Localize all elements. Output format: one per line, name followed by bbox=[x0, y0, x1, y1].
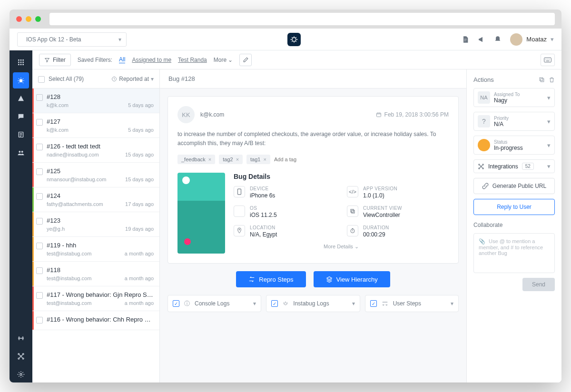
bug-row-checkbox[interactable] bbox=[36, 94, 43, 101]
bug-row-checkbox[interactable] bbox=[36, 144, 43, 150]
document-icon[interactable] bbox=[462, 36, 469, 43]
priority-select[interactable]: ? PriorityN/A ▾ bbox=[473, 112, 555, 131]
svg-rect-9 bbox=[22, 64, 24, 65]
trash-icon[interactable] bbox=[549, 77, 555, 83]
filter-assigned[interactable]: Assigned to me bbox=[132, 57, 171, 63]
remove-tag-icon[interactable]: × bbox=[263, 157, 266, 162]
integrations-select[interactable]: Integrations 52 ▾ bbox=[473, 159, 555, 173]
generate-url-button[interactable]: Generate Public URL bbox=[473, 178, 555, 194]
phone-icon bbox=[234, 186, 245, 197]
collaborate-input[interactable]: 📎 Use @ to mention a member, and # to re… bbox=[473, 233, 555, 273]
bug-row[interactable]: #118test@instabug.coma month ago bbox=[32, 262, 159, 286]
add-tag-input[interactable] bbox=[274, 157, 307, 162]
bug-row-email: k@k.com bbox=[47, 102, 69, 108]
repro-steps-button[interactable]: Repro Steps bbox=[236, 271, 305, 287]
svg-point-12 bbox=[19, 151, 20, 153]
more-details-link[interactable]: More Details ⌄ bbox=[234, 244, 449, 250]
app-selector[interactable]: IOS App Ok 12 - Beta ▾ bbox=[17, 32, 127, 47]
bug-row-checkbox[interactable] bbox=[36, 317, 43, 323]
url-bar[interactable] bbox=[49, 13, 555, 25]
svg-point-30 bbox=[285, 303, 287, 305]
filter-button[interactable]: Filter bbox=[39, 54, 71, 66]
bug-row[interactable]: #126 - tedt tedt tedtnadine@insatbug.com… bbox=[32, 138, 159, 163]
select-all-checkbox[interactable] bbox=[38, 76, 45, 83]
reply-to-user-button[interactable]: Reply to User bbox=[473, 199, 555, 215]
bug-row-email: nmansour@instabug.com bbox=[47, 176, 107, 182]
bug-row-checkbox[interactable] bbox=[36, 119, 43, 126]
filter-label: Filter bbox=[53, 57, 66, 63]
nav-chats[interactable] bbox=[13, 108, 29, 125]
check-icon: ✓ bbox=[370, 300, 377, 307]
bug-row[interactable]: #125nmansour@instabug.com15 days ago bbox=[32, 163, 159, 187]
priority-badge: ? bbox=[478, 115, 490, 127]
user-steps-box[interactable]: ✓ User Steps ▾ bbox=[365, 295, 459, 312]
bug-row-title: #118 bbox=[47, 266, 154, 274]
filter-test[interactable]: Test Randa bbox=[178, 57, 207, 63]
bug-row[interactable]: #117 - Wrong behavior: Gjn Repro Steps: … bbox=[32, 286, 159, 311]
instabug-logs-box[interactable]: ✓ Instabug Logs ▾ bbox=[266, 295, 360, 312]
bug-row-checkbox[interactable] bbox=[36, 267, 43, 274]
nav-network[interactable] bbox=[13, 348, 29, 364]
bug-row[interactable]: #119 - hhhtest@instabug.coma month ago bbox=[32, 237, 159, 262]
bug-row[interactable]: #116 - Wrong behavior: Chh Repro Steps: … bbox=[32, 311, 159, 330]
window-min-dot[interactable] bbox=[26, 16, 31, 22]
svg-point-28 bbox=[239, 229, 240, 230]
svg-rect-32 bbox=[540, 78, 543, 81]
steps-icon bbox=[382, 301, 388, 306]
bug-row[interactable]: #127k@k.com5 days ago bbox=[32, 113, 159, 138]
window-max-dot[interactable] bbox=[35, 16, 41, 22]
filter-all[interactable]: All bbox=[119, 56, 125, 63]
bug-row-email: fathy@attachments.com bbox=[47, 201, 103, 207]
nav-users[interactable] bbox=[13, 145, 29, 161]
nav-integrations[interactable] bbox=[13, 330, 29, 346]
keyboard-button[interactable] bbox=[541, 54, 555, 66]
svg-point-18 bbox=[22, 353, 24, 355]
bug-screenshot[interactable] bbox=[177, 173, 225, 254]
window-close-dot[interactable] bbox=[16, 16, 22, 22]
nav-settings[interactable] bbox=[13, 366, 29, 382]
bug-row-title: #127 bbox=[47, 118, 154, 125]
integrations-icon bbox=[478, 163, 484, 170]
megaphone-icon[interactable] bbox=[478, 36, 485, 43]
svg-rect-22 bbox=[544, 58, 551, 62]
svg-rect-26 bbox=[352, 210, 354, 213]
bug-icon bbox=[283, 301, 288, 306]
svg-point-10 bbox=[20, 79, 23, 82]
copy-icon[interactable] bbox=[539, 77, 545, 83]
svg-rect-27 bbox=[351, 209, 354, 212]
bug-row[interactable]: #128k@k.com5 days ago bbox=[32, 88, 159, 113]
bug-row[interactable]: #123ye@g.h19 days ago bbox=[32, 212, 159, 237]
svg-rect-7 bbox=[18, 64, 20, 65]
edit-filters-button[interactable] bbox=[239, 54, 252, 66]
nav-apps[interactable] bbox=[13, 54, 29, 70]
bug-row-email: test@instabug.com bbox=[47, 275, 91, 281]
meta-location: LOCATIONN/A, Egypt bbox=[234, 225, 335, 238]
bug-row-age: 5 days ago bbox=[128, 127, 154, 133]
chevron-down-icon: ▾ bbox=[547, 163, 551, 170]
view-hierarchy-button[interactable]: View Hierarchy bbox=[314, 271, 390, 287]
bug-row[interactable]: #124fathy@attachments.com17 days ago bbox=[32, 187, 159, 212]
bug-row-checkbox[interactable] bbox=[36, 292, 43, 299]
filter-more[interactable]: More ⌄ bbox=[214, 57, 233, 63]
assigned-to-select[interactable]: NA Assigned ToNagy ▾ bbox=[473, 88, 555, 107]
remove-tag-icon[interactable]: × bbox=[208, 157, 211, 162]
nav-bugs[interactable] bbox=[13, 72, 29, 88]
chevron-down-icon: ▾ bbox=[547, 142, 551, 149]
bug-row-checkbox[interactable] bbox=[36, 193, 43, 200]
svg-point-14 bbox=[19, 338, 20, 339]
check-icon: ✓ bbox=[271, 300, 278, 307]
integrations-count: 52 bbox=[522, 163, 534, 170]
remove-tag-icon[interactable]: × bbox=[236, 157, 239, 162]
status-select[interactable]: StatusIn-progress ▾ bbox=[473, 136, 555, 155]
send-button[interactable]: Send bbox=[522, 278, 555, 291]
bug-row-checkbox[interactable] bbox=[36, 218, 43, 225]
user-menu[interactable]: Moataz ▾ bbox=[510, 33, 554, 46]
console-logs-box[interactable]: ✓ ⓘ Console Logs ▾ bbox=[167, 295, 261, 312]
bug-row-checkbox[interactable] bbox=[36, 243, 43, 249]
svg-rect-5 bbox=[20, 62, 22, 63]
sort-menu[interactable]: Reported at ▾ bbox=[111, 76, 154, 82]
bell-icon[interactable] bbox=[494, 36, 502, 43]
nav-surveys[interactable] bbox=[13, 127, 29, 143]
nav-crashes[interactable] bbox=[13, 90, 29, 107]
bug-row-checkbox[interactable] bbox=[36, 168, 43, 175]
